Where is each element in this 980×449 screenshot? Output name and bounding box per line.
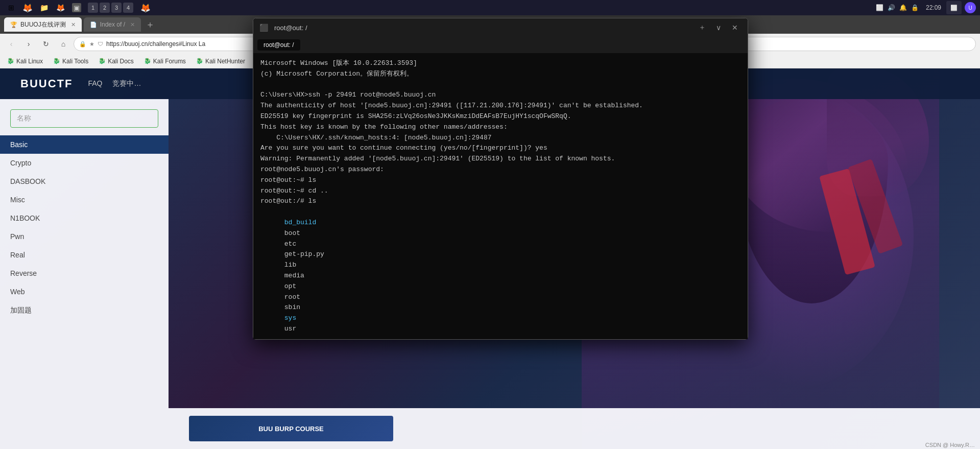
bookmark-star-icon: ★ <box>89 41 94 48</box>
home-button[interactable]: ⌂ <box>56 37 70 51</box>
terminal-line-hostkey: This host key is known by the following … <box>260 122 740 133</box>
tab-buuoj-favicon: 🏆 <box>10 21 17 28</box>
systray-icons: ⬜ 🔊 🔔 🔒 <box>876 4 919 11</box>
terminal-window: ⬛ root@out: / ＋ ∨ ✕ root@out: / Microsof… <box>253 18 748 340</box>
ls-usr: usr <box>284 325 296 333</box>
kali-docs-favicon: 🐉 <box>99 58 106 64</box>
ls-bd-build: bd_build <box>284 219 316 226</box>
ls-media: media <box>284 272 304 279</box>
tab-index-close[interactable]: ✕ <box>130 21 135 28</box>
bookmark-kali-nethunter[interactable]: 🐉 Kali NetHunter <box>193 57 248 66</box>
nav-competition[interactable]: 竞赛中… <box>112 79 141 88</box>
terminal-line-ls1: root@out:~# ls <box>260 175 740 186</box>
app3-icon: 🦊 <box>56 4 65 12</box>
app4-taskbar-button[interactable]: ▣ <box>69 1 84 15</box>
reload-button[interactable]: ↻ <box>39 37 53 51</box>
terminal-tabs: root@out: / <box>253 37 748 53</box>
app3-taskbar-button[interactable]: 🦊 <box>53 1 67 15</box>
tab-index-favicon: 📄 <box>90 21 97 28</box>
sidebar-item-dasbook[interactable]: DASBOOK <box>0 172 169 191</box>
clock: 22:09 <box>926 4 941 11</box>
terminal-controls: ＋ ∨ ✕ <box>696 21 742 34</box>
forward-button[interactable]: › <box>21 37 36 51</box>
tab-index-title: Index of / <box>100 21 125 28</box>
screen-icon[interactable]: ⬜ <box>876 4 883 11</box>
new-tab-button[interactable]: ＋ <box>143 17 157 32</box>
win-num-4[interactable]: 4 <box>123 3 133 13</box>
avatar[interactable]: U <box>965 2 976 13</box>
terminal-logo-icon: ⬛ <box>259 23 268 32</box>
sidebar-item-web[interactable]: Web <box>0 282 169 301</box>
start-button[interactable]: ⊞ <box>4 1 18 15</box>
site-logo: BUUCTF <box>20 77 73 90</box>
ls-sbin: sbin <box>284 303 300 311</box>
terminal-line-2: (c) Microsoft Corporation。保留所有权利。 <box>260 69 740 80</box>
file-explorer-icon: 📁 <box>40 4 49 12</box>
terminal-line-ssh: C:\Users\HX>ssh -p 29491 root@node5.buuo… <box>260 90 740 101</box>
terminal-line-cd: root@out:~# cd .. <box>260 186 740 197</box>
sidebar: 名称 Basic Crypto DASBOOK Misc N1BOOK Pwn … <box>0 99 169 408</box>
terminal-line-fingerprint: ED25519 key fingerprint is SHA256:zLVq26… <box>260 111 740 122</box>
csdn-watermark: CSDN @ Howy.R… <box>925 442 975 448</box>
bookmark-kali-linux[interactable]: 🐉 Kali Linux <box>4 57 46 66</box>
site-nav: FAQ 竞赛中… <box>88 79 141 88</box>
tab-buuoj[interactable]: 🏆 BUUOJ在线评测 ✕ <box>4 17 82 32</box>
sidebar-item-pwn[interactable]: Pwn <box>0 227 169 246</box>
bookmark-kali-nethunter-label: Kali NetHunter <box>205 58 245 65</box>
terminal-title-text: root@out: / <box>274 24 691 32</box>
sidebar-item-basic[interactable]: Basic <box>0 135 169 154</box>
bookmark-kali-tools-label: Kali Tools <box>62 58 88 65</box>
notification-center-icon[interactable]: ⬜ <box>946 1 962 14</box>
sidebar-item-real[interactable]: Real <box>0 246 169 264</box>
firefox-taskbar-button[interactable]: 🦊 <box>20 1 35 15</box>
sidebar-item-jiaoguti[interactable]: 加固题 <box>0 301 169 320</box>
firefox2-taskbar-button[interactable]: 🦊 <box>138 1 153 15</box>
search-box[interactable]: 名称 <box>10 109 158 128</box>
firefox2-icon: 🦊 <box>140 3 151 13</box>
shield-icon: 🛡 <box>98 41 103 47</box>
ls-opt: opt <box>284 282 296 290</box>
terminal-titlebar: ⬛ root@out: / ＋ ∨ ✕ <box>253 18 748 37</box>
terminal-line-1: Microsoft Windows [版本 10.0.22631.3593] <box>260 58 740 69</box>
terminal-tab-root[interactable]: root@out: / <box>257 39 300 51</box>
taskbar-apps: ⊞ 🦊 📁 🦊 ▣ 1 2 3 4 <box>4 1 133 15</box>
nav-faq[interactable]: FAQ <box>88 79 102 88</box>
kali-forums-favicon: 🐉 <box>144 58 151 64</box>
tab-buuoj-title: BUUOJ在线评测 <box>20 20 66 29</box>
ls-getpip: get-pip.py <box>284 250 324 258</box>
kali-tools-favicon: 🐉 <box>53 58 60 64</box>
app4-icon: ▣ <box>72 3 81 12</box>
bookmark-kali-tools[interactable]: 🐉 Kali Tools <box>50 57 91 66</box>
lock-icon[interactable]: 🔒 <box>911 4 919 11</box>
win-num-2[interactable]: 2 <box>100 3 110 13</box>
bookmark-kali-forums-label: Kali Forums <box>153 58 186 65</box>
terminal-line-knownhosts: C:\Users\HX/.ssh/known_hosts:4: [node5.b… <box>260 133 740 144</box>
terminal-new-tab-button[interactable]: ＋ <box>696 21 709 34</box>
back-button[interactable]: ‹ <box>4 37 18 51</box>
bookmark-kali-linux-label: Kali Linux <box>16 58 43 65</box>
terminal-line-continue: Are you sure you want to continue connec… <box>260 143 740 154</box>
ls-sys: sys <box>284 314 296 322</box>
file-explorer-taskbar-button[interactable]: 📁 <box>37 1 51 15</box>
terminal-body[interactable]: Microsoft Windows [版本 10.0.22631.3593] (… <box>253 53 748 339</box>
bookmark-kali-docs[interactable]: 🐉 Kali Docs <box>95 57 137 66</box>
sidebar-item-reverse[interactable]: Reverse <box>0 264 169 282</box>
terminal-chevron-down-button[interactable]: ∨ <box>712 21 725 34</box>
terminal-line-warning: Warning: Permanently added '[node5.buuoj… <box>260 154 740 164</box>
tab-buuoj-close[interactable]: ✕ <box>71 21 76 28</box>
bookmark-kali-forums[interactable]: 🐉 Kali Forums <box>141 57 189 66</box>
sidebar-item-misc[interactable]: Misc <box>0 191 169 209</box>
ls-root: root <box>284 293 300 301</box>
course-card[interactable]: BUU BURP COURSE <box>189 416 393 441</box>
volume-icon[interactable]: 🔊 <box>888 4 895 11</box>
win-num-1[interactable]: 1 <box>88 3 98 13</box>
win-num-3[interactable]: 3 <box>111 3 122 13</box>
sidebar-item-crypto[interactable]: Crypto <box>0 154 169 172</box>
ssl-lock-icon: 🔒 <box>79 41 86 48</box>
bookmark-kali-docs-label: Kali Docs <box>108 58 134 65</box>
sidebar-item-n1book[interactable]: N1BOOK <box>0 209 169 227</box>
notification-icon[interactable]: 🔔 <box>899 4 907 11</box>
tab-index[interactable]: 📄 Index of / ✕ <box>84 17 141 32</box>
ls-etc: etc <box>284 240 296 248</box>
terminal-close-button[interactable]: ✕ <box>728 21 742 34</box>
